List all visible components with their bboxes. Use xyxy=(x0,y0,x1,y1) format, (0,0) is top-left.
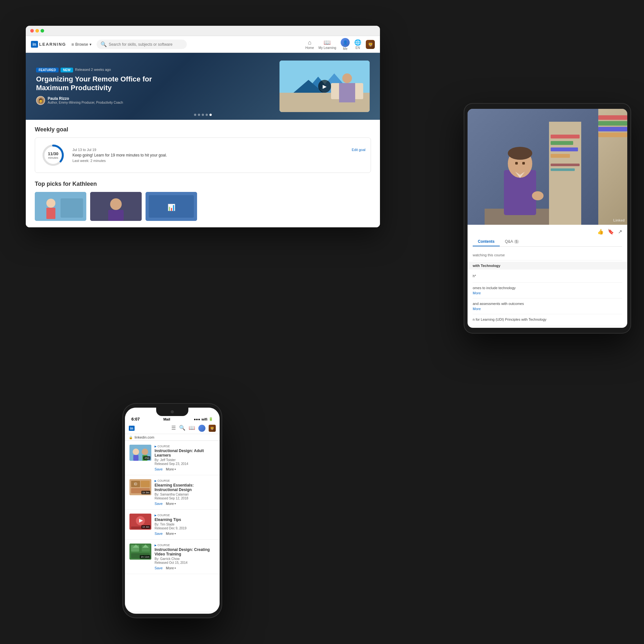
course-title-2[interactable]: Elearning Essentials: Instructional Desi… xyxy=(155,483,215,492)
course-item-3[interactable]: 1h 4m ▶ COURSE Elearning Tips By: Tim Sl… xyxy=(125,510,220,540)
carousel-dot-3[interactable] xyxy=(202,114,204,116)
course-save-button-3[interactable]: Save xyxy=(155,532,163,535)
search-bar[interactable]: 🔍 xyxy=(97,40,187,49)
nav-my-learning-label: My Learning xyxy=(318,46,336,50)
phone-search-icon[interactable]: 🔍 xyxy=(179,425,185,432)
nav-me-button[interactable]: 👤 Me xyxy=(341,38,350,51)
svg-point-34 xyxy=(133,449,139,455)
phone-book-icon[interactable]: 📖 xyxy=(189,425,195,432)
linkedin-watermark: Linked xyxy=(613,218,625,222)
pick-card-1[interactable]: POPULAR xyxy=(35,192,86,221)
hero-video-thumbnail[interactable]: ▶ xyxy=(279,61,370,112)
maximize-window-button[interactable] xyxy=(41,29,44,33)
minimize-window-button[interactable] xyxy=(35,29,39,33)
svg-rect-24 xyxy=(551,168,575,171)
phone-time: 6:07 xyxy=(131,417,140,421)
course-more-button-1[interactable]: More ▾ xyxy=(166,467,176,471)
course-thumb-1: 45m xyxy=(129,445,151,461)
nav-language-button[interactable]: 🌐 EN xyxy=(354,39,361,50)
course-more-button-4[interactable]: More ▾ xyxy=(166,566,176,570)
course-info-3: ▶ COURSE Elearning Tips By: Tim Slade Re… xyxy=(155,514,215,535)
tab-qa[interactable]: Q&A5 xyxy=(500,237,524,246)
phone-user-avatar[interactable] xyxy=(198,425,205,432)
course-more-button-3[interactable]: More ▾ xyxy=(166,532,176,535)
more-button-2[interactable]: More xyxy=(473,307,622,311)
phone-device: 6:07 Mail ●●● wifi 🔋 in ☰ 🔍 📖 🦁 🔒 linked… xyxy=(122,403,222,618)
carousel-dot-5[interactable] xyxy=(210,114,212,116)
nav-lang-label: EN xyxy=(355,46,360,50)
svg-rect-11 xyxy=(61,198,83,218)
hero-course-title[interactable]: Organizing Your Remote Office for Maximu… xyxy=(36,75,178,92)
like-icon[interactable]: 👍 xyxy=(597,229,604,235)
course-actions-3: Save More ▾ xyxy=(155,532,215,535)
course-title-1[interactable]: Instructional Design: Adult Learners xyxy=(155,449,215,458)
course-title-3[interactable]: Elearning Tips xyxy=(155,517,215,522)
play-icon: ▶ xyxy=(323,83,327,90)
edit-goal-link[interactable]: Edit goal xyxy=(352,148,365,152)
goal-last-week: Last week: 2 minutes xyxy=(72,159,365,163)
search-input[interactable] xyxy=(109,42,183,47)
shelf-book-4 xyxy=(598,133,627,137)
phone-gamification-badge[interactable]: 🦁 xyxy=(209,425,216,432)
desktop-browser: in LEARNING ≡ Browse ▾ 🔍 ⌂ Home 📖 My Lea… xyxy=(26,26,380,227)
top-picks-grid: POPULAR xyxy=(35,192,371,221)
tab-contents[interactable]: Contents xyxy=(473,237,500,246)
phone-mail-label: Mail xyxy=(163,417,170,421)
main-navigation: in LEARNING ≡ Browse ▾ 🔍 ⌂ Home 📖 My Lea… xyxy=(26,36,380,53)
content-udi-text: n for Learning (UDI) Principles with Tec… xyxy=(473,317,622,321)
course-thumb-2: ID 1h 9m xyxy=(129,479,151,495)
course-save-button-2[interactable]: Save xyxy=(155,502,163,506)
pick-card-2[interactable] xyxy=(90,192,142,221)
chevron-down-icon-4: ▾ xyxy=(175,567,176,570)
carousel-dot-2[interactable] xyxy=(198,114,200,116)
carousel-dot-4[interactable] xyxy=(206,114,208,116)
svg-point-36 xyxy=(142,449,148,455)
nav-home-button[interactable]: ⌂ Home xyxy=(305,39,314,50)
phone-linkedin-logo[interactable]: in xyxy=(129,426,135,431)
new-tag: NEW xyxy=(61,68,73,72)
pick-card-3[interactable]: 📊 xyxy=(146,192,197,221)
course-save-button-4[interactable]: Save xyxy=(155,566,163,570)
globe-icon: 🌐 xyxy=(354,39,361,46)
share-icon[interactable]: ↗ xyxy=(618,229,622,235)
user-avatar: 👤 xyxy=(341,38,350,47)
course-duration-3: 1h 4m xyxy=(141,525,150,529)
course-actions-4: Save More ▾ xyxy=(155,566,215,570)
course-item-1[interactable]: 45m ▶ COURSE Instructional Design: Adult… xyxy=(125,441,220,475)
nav-my-learning-button[interactable]: 📖 My Learning xyxy=(318,39,336,50)
pick-card-1-illustration xyxy=(35,192,86,221)
qa-count-badge: 5 xyxy=(514,240,519,244)
goal-date-row: Jul 13 to Jul 19 Edit goal xyxy=(72,148,365,152)
browse-label: Browse xyxy=(75,42,88,47)
course-item-4[interactable]: 1h 11m ▶ COURSE Instructional Design: Cr… xyxy=(125,540,220,574)
course-more-button-2[interactable]: More ▾ xyxy=(166,502,176,506)
tablet-video-player[interactable]: Linked xyxy=(468,109,627,225)
course-released-3: Released Dec 9, 2019 xyxy=(155,526,215,530)
phone-url-bar: 🔒 linkedin.com xyxy=(125,434,220,441)
instructor-figure-svg xyxy=(485,115,581,225)
content-item-h: h* xyxy=(473,271,622,283)
course-item-2[interactable]: ID 1h 9m ▶ COURSE Elearning Essentials: … xyxy=(125,475,220,510)
bookmark-icon[interactable]: 🔖 xyxy=(608,229,614,235)
svg-point-32 xyxy=(532,191,544,200)
close-window-button[interactable] xyxy=(30,29,34,33)
shelf-book-3 xyxy=(598,127,627,131)
course-play-icon-4: ▶ xyxy=(155,544,156,547)
course-actions-2: Save More ▾ xyxy=(155,502,215,506)
home-icon: ⌂ xyxy=(308,39,311,46)
goal-circle-text: 11/30 minutes xyxy=(48,151,59,159)
course-released-4: Released Oct 15, 2014 xyxy=(155,561,215,564)
phone-screen: 6:07 Mail ●●● wifi 🔋 in ☰ 🔍 📖 🦁 🔒 linked… xyxy=(125,408,220,614)
gamification-badge[interactable]: 🦁 xyxy=(366,40,375,49)
course-title-4[interactable]: Instructional Design: Creating Video Tra… xyxy=(155,547,215,556)
svg-rect-30 xyxy=(522,162,525,165)
course-save-button-1[interactable]: Save xyxy=(155,467,163,471)
linkedin-logo[interactable]: in LEARNING xyxy=(31,41,66,48)
hero-play-button[interactable]: ▶ xyxy=(318,80,331,93)
phone-menu-icon[interactable]: ☰ xyxy=(171,425,176,432)
content-item-udi: n for Learning (UDI) Principles with Tec… xyxy=(473,314,622,326)
more-button-1[interactable]: More xyxy=(473,291,622,295)
carousel-dot-1[interactable] xyxy=(194,114,196,116)
course-type-label-3: ▶ COURSE xyxy=(155,514,215,517)
browse-menu-button[interactable]: ≡ Browse ▾ xyxy=(71,42,91,47)
